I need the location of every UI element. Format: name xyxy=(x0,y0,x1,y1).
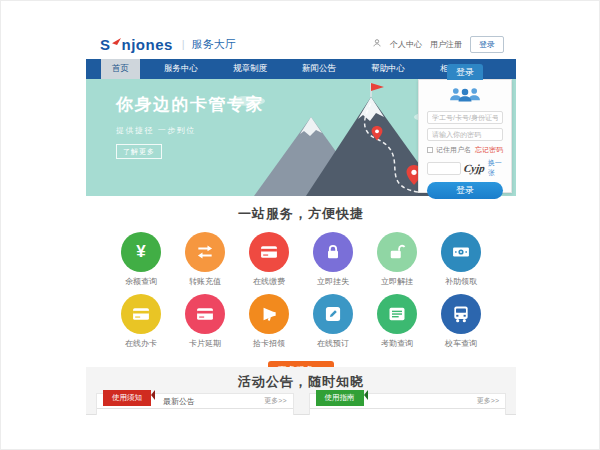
card-icon xyxy=(185,294,225,334)
service-item[interactable]: 在线办卡 xyxy=(109,294,173,356)
service-label: 校车查询 xyxy=(429,338,493,349)
service-item[interactable]: 在线缴费 xyxy=(237,232,301,294)
flag-icon xyxy=(371,83,384,91)
notice-more-link[interactable]: 更多>> xyxy=(264,396,286,406)
guide-panel: 使用指南 更多>> xyxy=(309,393,507,415)
list-icon xyxy=(377,294,417,334)
bus-icon xyxy=(441,294,481,334)
services-title: 一站服务，方便快捷 xyxy=(86,196,516,223)
service-label: 转账充值 xyxy=(173,276,237,287)
username-input[interactable] xyxy=(427,111,503,124)
nav-item-3[interactable]: 新闻公告 xyxy=(291,59,347,79)
service-item[interactable]: 校车查询 xyxy=(429,294,493,356)
banner-title: 你身边的卡管专家 xyxy=(116,93,264,116)
services-row: ¥余额查询转账充值在线缴费立即挂失立即解挂补助领取 xyxy=(86,232,516,294)
services-row: 在线办卡卡片延期拾卡招领在线预订考勤查询校车查询 xyxy=(86,294,516,356)
service-label: 在线预订 xyxy=(301,338,365,349)
login-button[interactable]: 登录 xyxy=(427,182,503,199)
notice-panel-head: 使用须知 最新公告 更多>> xyxy=(97,394,293,409)
edit-icon xyxy=(313,294,353,334)
captcha-input[interactable] xyxy=(427,162,461,175)
service-label: 余额查询 xyxy=(109,276,173,287)
service-label: 立即解挂 xyxy=(365,276,429,287)
header-login-button[interactable]: 登录 xyxy=(470,36,504,53)
card-icon xyxy=(249,232,289,272)
header: Snjones | 服务大厅 个人中心 用户注册 登录 xyxy=(86,29,516,59)
remember-label: 记住用户名 xyxy=(436,145,471,155)
nav-items: 首页服务中心规章制度新闻公告帮助中心相关链接 xyxy=(101,59,498,79)
logo-text: S xyxy=(100,36,111,53)
logo-text-rest: njones xyxy=(122,36,173,53)
logo-arrow-icon xyxy=(112,32,121,50)
service-label: 考勤查询 xyxy=(365,338,429,349)
service-label: 在线缴费 xyxy=(237,276,301,287)
logo-divider: | xyxy=(182,38,185,50)
nav-item-1[interactable]: 服务中心 xyxy=(153,59,209,79)
service-label: 补助领取 xyxy=(429,276,493,287)
announcements-title: 活动公告，随时知晓 xyxy=(86,367,516,391)
tab-user-guide[interactable]: 使用指南 xyxy=(316,390,364,406)
service-item[interactable]: 卡片延期 xyxy=(173,294,237,356)
service-label: 在线办卡 xyxy=(109,338,173,349)
users-icon xyxy=(427,86,503,107)
page: Snjones | 服务大厅 个人中心 用户注册 登录 首页服务中心规章制度新闻… xyxy=(0,0,600,450)
captcha-image[interactable]: Cyjp xyxy=(463,162,485,174)
service-item[interactable]: 补助领取 xyxy=(429,232,493,294)
tab-latest-announcements[interactable]: 最新公告 xyxy=(163,396,195,407)
header-links: 个人中心 用户注册 登录 xyxy=(372,36,504,53)
service-item[interactable]: 立即挂失 xyxy=(301,232,365,294)
megaphone-icon xyxy=(249,294,289,334)
service-item[interactable]: 考勤查询 xyxy=(365,294,429,356)
lock-icon xyxy=(313,232,353,272)
unlock-icon xyxy=(377,232,417,272)
login-tab[interactable]: 登录 xyxy=(447,64,483,80)
guide-more-link[interactable]: 更多>> xyxy=(477,396,499,406)
site-wrapper: Snjones | 服务大厅 个人中心 用户注册 登录 首页服务中心规章制度新闻… xyxy=(86,29,516,415)
notice-panel-body xyxy=(97,409,293,415)
remember-checkbox[interactable] xyxy=(427,147,433,153)
nav-item-2[interactable]: 规章制度 xyxy=(222,59,278,79)
service-item[interactable]: 拾卡招领 xyxy=(237,294,301,356)
user-register-link[interactable]: 用户注册 xyxy=(430,39,462,50)
banner-subtitle: 提供捷径 一步到位 xyxy=(116,125,264,136)
services-section: 一站服务，方便快捷 ¥余额查询转账充值在线缴费立即挂失立即解挂补助领取在线办卡卡… xyxy=(86,196,516,367)
nav-item-0[interactable]: 首页 xyxy=(101,59,140,79)
service-label: 立即挂失 xyxy=(301,276,365,287)
guide-panel-body xyxy=(310,409,506,415)
service-label: 卡片延期 xyxy=(173,338,237,349)
service-item[interactable]: ¥余额查询 xyxy=(109,232,173,294)
banner-cta-button[interactable]: 了解更多 xyxy=(116,144,162,159)
logo[interactable]: Snjones | 服务大厅 xyxy=(100,32,236,56)
services-grid: ¥余额查询转账充值在线缴费立即挂失立即解挂补助领取在线办卡卡片延期拾卡招领在线预… xyxy=(86,232,516,356)
user-icon xyxy=(372,38,382,50)
service-item[interactable]: 转账充值 xyxy=(173,232,237,294)
service-item[interactable]: 在线预订 xyxy=(301,294,365,356)
password-input[interactable] xyxy=(427,128,503,141)
forgot-password-link[interactable]: 忘记密码 xyxy=(475,145,503,155)
captcha-row: Cyjp 换一张 xyxy=(427,158,503,178)
personal-center-link[interactable]: 个人中心 xyxy=(390,39,422,50)
notice-panel: 使用须知 最新公告 更多>> xyxy=(96,393,294,415)
service-item[interactable]: 立即解挂 xyxy=(365,232,429,294)
yen-icon: ¥ xyxy=(121,232,161,272)
announcements-section: 活动公告，随时知晓 使用须知 最新公告 更多>> 使用指南 更多>> xyxy=(86,367,516,415)
card-icon xyxy=(121,294,161,334)
login-panel: 登录 记住用户名 忘记密码 Cyjp xyxy=(418,79,512,193)
hero-banner: 你身边的卡管专家 提供捷径 一步到位 了解更多 xyxy=(86,79,516,196)
announcement-panels: 使用须知 最新公告 更多>> 使用指南 更多>> xyxy=(96,393,506,415)
remember-row: 记住用户名 忘记密码 xyxy=(427,145,503,155)
tab-usage-notice[interactable]: 使用须知 xyxy=(103,390,151,406)
banner-copy: 你身边的卡管专家 提供捷径 一步到位 了解更多 xyxy=(116,93,264,159)
change-captcha-link[interactable]: 换一张 xyxy=(488,158,503,178)
banknote-icon xyxy=(441,232,481,272)
service-label: 拾卡招领 xyxy=(237,338,301,349)
nav-item-4[interactable]: 帮助中心 xyxy=(360,59,416,79)
site-name: 服务大厅 xyxy=(192,37,236,52)
transfer-icon xyxy=(185,232,225,272)
guide-panel-head: 使用指南 更多>> xyxy=(310,394,506,409)
